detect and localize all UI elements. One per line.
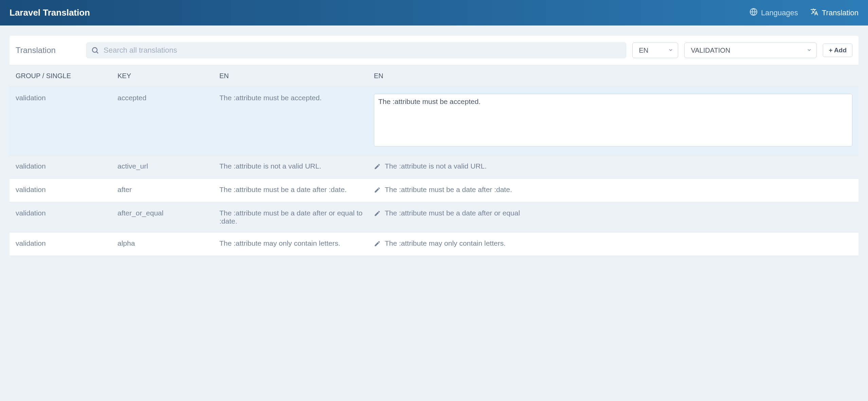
table-row: validationafterThe :attribute must be a … [10, 179, 858, 202]
cell-source: The :attribute must be a date after or e… [219, 209, 374, 225]
cell-source: The :attribute may only contain letters. [219, 239, 374, 247]
nav-links: Languages Translation [749, 8, 858, 18]
table-row: validationactive_urlThe :attribute is no… [10, 155, 858, 179]
translation-text: The :attribute must be a date after or e… [385, 209, 520, 217]
pencil-icon [374, 209, 381, 219]
cell-group: validation [16, 239, 117, 247]
content-wrapper: Translation EN VALIDATION [0, 25, 868, 256]
cell-source: The :attribute must be accepted. [219, 94, 374, 102]
cell-key: alpha [117, 239, 219, 247]
cell-key: after [117, 186, 219, 194]
table-header: GROUP / SINGLE KEY EN EN [10, 65, 858, 87]
cell-group: validation [16, 209, 117, 217]
search-input[interactable] [86, 42, 626, 58]
language-select[interactable]: EN [632, 42, 678, 58]
table-body: validationacceptedThe :attribute must be… [10, 87, 858, 256]
col-header-key: KEY [117, 72, 219, 80]
col-header-group: GROUP / SINGLE [16, 72, 117, 80]
cell-group: validation [16, 162, 117, 170]
cell-target[interactable]: The :attribute is not a valid URL. [374, 162, 852, 172]
table-row: validationafter_or_equalThe :attribute m… [10, 202, 858, 232]
globe-icon [749, 8, 758, 18]
translate-icon [810, 8, 818, 18]
cell-key: active_url [117, 162, 219, 170]
group-select[interactable]: VALIDATION [684, 42, 817, 58]
search-box [86, 42, 626, 58]
cell-group: validation [16, 186, 117, 194]
col-header-source: EN [219, 72, 374, 80]
group-select-wrap: VALIDATION [684, 42, 817, 58]
translation-panel: Translation EN VALIDATION [10, 36, 858, 256]
pencil-icon [374, 186, 381, 195]
table-row: validationacceptedThe :attribute must be… [10, 87, 858, 155]
nav-languages-label: Languages [761, 8, 798, 17]
cell-key: accepted [117, 94, 219, 102]
translation-text: The :attribute may only contain letters. [385, 239, 506, 247]
nav-translation[interactable]: Translation [810, 8, 858, 18]
table-row: validationalphaThe :attribute may only c… [10, 232, 858, 256]
language-select-wrap: EN [632, 42, 678, 58]
translation-text: The :attribute is not a valid URL. [385, 162, 487, 170]
translation-text: The :attribute must be a date after :dat… [385, 186, 512, 194]
svg-point-2 [92, 48, 97, 52]
cell-source: The :attribute must be a date after :dat… [219, 186, 374, 194]
translation-textarea[interactable] [374, 94, 852, 146]
cell-group: validation [16, 94, 117, 102]
cell-source: The :attribute is not a valid URL. [219, 162, 374, 170]
cell-target[interactable] [374, 94, 852, 148]
nav-languages[interactable]: Languages [749, 8, 798, 18]
panel-title: Translation [16, 46, 80, 55]
app-header: Laravel Translation Languages Translatio… [0, 0, 868, 25]
cell-key: after_or_equal [117, 209, 219, 217]
cell-target[interactable]: The :attribute must be a date after or e… [374, 209, 852, 219]
svg-line-3 [97, 52, 98, 53]
add-button[interactable]: + Add [823, 43, 852, 57]
pencil-icon [374, 162, 381, 172]
brand-title: Laravel Translation [10, 7, 90, 18]
col-header-target: EN [374, 72, 852, 80]
pencil-icon [374, 239, 381, 249]
cell-target[interactable]: The :attribute may only contain letters. [374, 239, 852, 249]
panel-toolbar: Translation EN VALIDATION [10, 36, 858, 65]
nav-translation-label: Translation [822, 8, 858, 17]
cell-target[interactable]: The :attribute must be a date after :dat… [374, 186, 852, 195]
